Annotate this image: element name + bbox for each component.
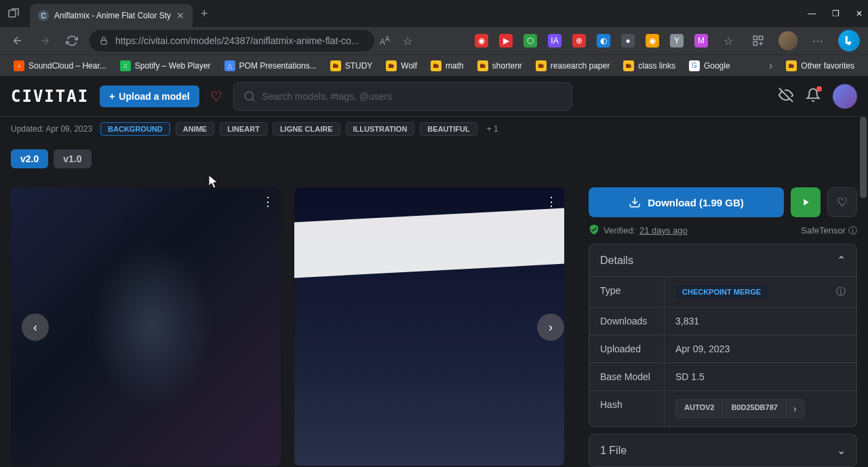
bookmark-shortenr[interactable]: 🖿shortenr [472,58,528,74]
browser-tab-active[interactable]: C Aniflatmix - Anime Flat Color Sty ✕ [30,4,193,27]
other-favorites[interactable]: 🖿Other favorites [781,58,860,74]
page-scrollbar[interactable] [859,117,868,467]
site-header: CIVITAI + Upload a model ♡ [0,76,868,117]
upload-model-button[interactable]: + Upload a model [100,86,199,107]
back-button[interactable] [8,31,27,50]
forward-button[interactable] [35,31,54,50]
collections-icon[interactable] [749,31,768,50]
window-minimize-button[interactable]: — [808,9,816,18]
ext-icon-9[interactable]: Y [670,34,684,48]
bookmark-classlinks[interactable]: 🖿class links [618,58,681,74]
svg-rect-1 [101,40,106,44]
bookmark-wolf[interactable]: 🖿Wolf [380,58,422,74]
notification-badge [816,86,822,92]
tab-close-icon[interactable]: ✕ [176,10,184,21]
more-menu-icon[interactable]: ⋯ [808,31,827,50]
favorite-star-icon[interactable]: ☆ [398,31,417,50]
tag-ligne-claire[interactable]: LIGNE CLAIRE [273,122,340,136]
window-controls: — ❐ ✕ [808,9,863,18]
gallery-image-1[interactable]: ⋮ [11,187,281,466]
bookmarks-overflow-icon[interactable]: › [769,60,772,72]
detail-row-basemodel: Base Model SD 1.5 [589,362,856,390]
version-v2[interactable]: v2.0 [11,149,48,168]
profile-avatar[interactable] [778,31,797,50]
ext-icon-3[interactable]: ⬡ [524,34,537,48]
favorites-icon[interactable]: ☆ [719,31,738,50]
verification-row: Verified: 21 days ago SafeTensor ⓘ [589,224,857,237]
svg-rect-0 [9,10,16,17]
download-icon [629,196,641,208]
ext-icon-2[interactable]: ▶ [499,34,513,48]
detail-row-uploaded: Uploaded Apr 09, 2023 [589,335,856,362]
favorite-button[interactable]: ♡ [827,187,857,217]
window-close-button[interactable]: ✕ [856,9,863,18]
bookmark-google[interactable]: GGoogle [684,58,736,74]
refresh-button[interactable] [62,31,81,50]
info-icon[interactable]: ⓘ [836,286,846,298]
visibility-icon[interactable] [778,88,793,105]
browser-tab-strip: C Aniflatmix - Anime Flat Color Sty ✕ + … [0,0,868,27]
bookmark-study[interactable]: 🖿STUDY [325,58,378,74]
tag-lineart[interactable]: LINEART [220,122,267,136]
bookmark-soundcloud[interactable]: ♪SoundCloud – Hear... [8,58,112,74]
tab-title: Aniflatmix - Anime Flat Color Sty [54,11,171,20]
version-v1[interactable]: v1.0 [54,149,91,168]
hash-expand-button[interactable]: › [787,400,804,417]
ext-icon-10[interactable]: M [694,34,708,48]
notifications-icon[interactable] [806,88,821,105]
files-header[interactable]: 1 File ⌄ [589,434,856,466]
bookmark-math[interactable]: 🖿math [425,58,469,74]
address-bar[interactable]: https://civitai.com/models/24387/aniflat… [90,30,374,52]
files-panel: 1 File ⌄ [589,434,857,467]
search-bar[interactable] [233,82,572,111]
favorites-heart-icon[interactable]: ♡ [210,88,222,105]
download-button[interactable]: Download (1.99 GB) [589,187,784,217]
ext-icon-7[interactable]: ● [621,34,635,48]
tag-background[interactable]: BACKGROUND [100,122,170,136]
svg-rect-2 [753,36,757,39]
tag-beautiful[interactable]: BEAUTIFUL [420,122,477,136]
chevron-up-icon: ⌃ [837,254,846,267]
site-logo[interactable]: CIVITAI [11,87,89,106]
bookmark-pom[interactable]: △POM Presentations... [219,58,322,74]
svg-rect-4 [753,42,757,45]
window-maximize-button[interactable]: ❐ [832,9,840,18]
svg-rect-3 [760,36,763,39]
tab-actions-icon[interactable] [5,5,22,22]
tag-anime[interactable]: ANIME [176,122,214,136]
plus-icon: + [109,91,115,102]
scrollbar-thumb[interactable] [860,117,867,198]
bing-chat-icon[interactable] [838,30,860,52]
run-button[interactable] [791,187,821,217]
ext-icon-5[interactable]: ⊕ [572,34,586,48]
new-tab-button[interactable]: + [201,7,208,21]
gallery-prev-button[interactable]: ‹ [22,314,49,341]
model-page-content: Updated: Apr 09, 2023 BACKGROUND ANIME L… [0,122,868,467]
tag-illustration[interactable]: ILLUSTRATION [346,122,415,136]
ext-icon-4[interactable]: IA [548,34,561,48]
info-icon[interactable]: ⓘ [848,225,857,237]
shield-icon [589,224,599,237]
bookmark-spotify[interactable]: ♫Spotify – Web Player [115,58,216,74]
image-menu-icon[interactable]: ⋮ [545,194,557,209]
bookmark-research[interactable]: 🖿reasearch paper [530,58,615,74]
detail-row-type: Type CHECKPOINT MERGE ⓘ [589,276,856,307]
details-header[interactable]: Details ⌃ [589,244,856,276]
gallery-image-2[interactable]: ⋮ [294,187,564,466]
more-tags[interactable]: + 1 [483,122,502,136]
ext-icon-6[interactable]: ◐ [597,34,610,48]
hash-display: AUTOV2 B0D25DB787 › [675,399,804,418]
lock-icon [99,36,108,45]
image-menu-icon[interactable]: ⋮ [262,194,274,209]
tab-favicon: C [38,10,49,21]
verified-date-link[interactable]: 21 days ago [639,225,688,236]
url-text: https://civitai.com/models/24387/aniflat… [115,35,359,46]
ext-icon-8[interactable]: ◉ [646,34,659,48]
safetensor-badge: SafeTensor ⓘ [801,225,857,237]
updated-date: Updated: Apr 09, 2023 [11,124,92,134]
gallery-next-button[interactable]: › [537,314,564,341]
search-input[interactable] [262,91,562,102]
ext-icon-1[interactable]: ◉ [475,34,488,48]
bookmarks-bar: ♪SoundCloud – Hear... ♫Spotify – Web Pla… [0,54,868,76]
user-avatar[interactable] [833,84,857,109]
